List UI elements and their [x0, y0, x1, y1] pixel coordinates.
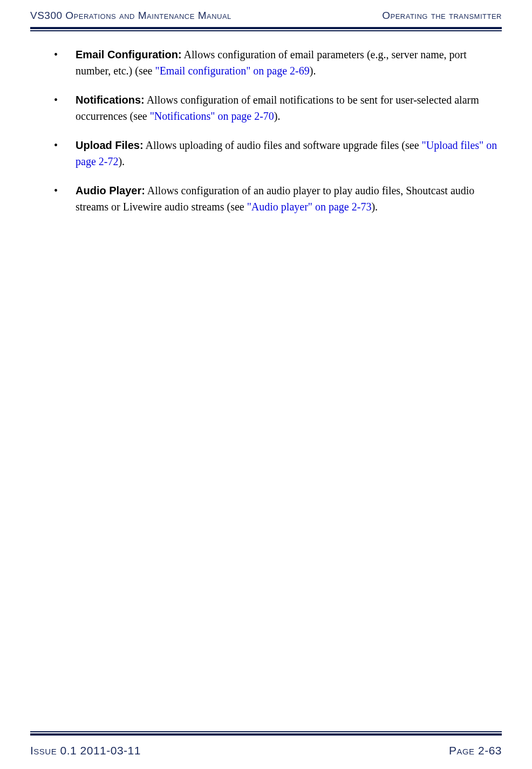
- cross-reference-link[interactable]: "Notifications" on page 2-70: [150, 110, 274, 122]
- cross-reference-link[interactable]: "Email configuration" on page 2-69: [155, 65, 309, 77]
- bullet-text: Audio Player: Allows configuration of an…: [76, 182, 502, 215]
- bullet-title: Notifications:: [76, 94, 145, 106]
- header-rule-thick: [30, 27, 502, 29]
- footer-rule-thin: [30, 731, 502, 732]
- bullet-text: Upload Files: Allows uploading of audio …: [76, 137, 502, 169]
- list-item: • Audio Player: Allows configuration of …: [30, 182, 502, 215]
- header-manual-title: VS300 Operations and Maintenance Manual: [30, 10, 231, 22]
- bullet-text: Email Configuration: Allows configuratio…: [76, 46, 502, 79]
- bullet-title: Audio Player:: [76, 185, 145, 196]
- bullet-text: Notifications: Allows configuration of e…: [76, 92, 502, 124]
- page-footer: Issue 0.1 2011-03-11 Page 2-63: [30, 744, 502, 757]
- page-content: • Email Configuration: Allows configurat…: [0, 31, 532, 215]
- list-item: • Notifications: Allows configuration of…: [30, 92, 502, 124]
- bullet-suffix: ).: [274, 110, 281, 122]
- footer-page-number: Page 2-63: [449, 744, 502, 757]
- bullet-suffix: ).: [371, 201, 378, 213]
- bullet-suffix: ).: [310, 65, 316, 77]
- list-item: • Upload Files: Allows uploading of audi…: [30, 137, 502, 169]
- list-item: • Email Configuration: Allows configurat…: [30, 46, 502, 79]
- bullet-title: Upload Files:: [76, 139, 144, 151]
- bullet-marker: •: [54, 137, 76, 169]
- bullet-title: Email Configuration:: [76, 49, 182, 60]
- bullet-marker: •: [54, 92, 76, 124]
- bullet-desc: Allows uploading of audio files and soft…: [144, 139, 422, 151]
- bullet-marker: •: [54, 46, 76, 79]
- page-header: VS300 Operations and Maintenance Manual …: [0, 0, 532, 27]
- footer-rule-thick: [30, 733, 502, 736]
- bullet-suffix: ).: [118, 155, 125, 167]
- bullet-marker: •: [54, 182, 76, 215]
- footer-issue-date: Issue 0.1 2011-03-11: [30, 744, 141, 757]
- header-section-title: Operating the transmitter: [382, 10, 502, 22]
- cross-reference-link[interactable]: "Audio player" on page 2-73: [247, 201, 372, 213]
